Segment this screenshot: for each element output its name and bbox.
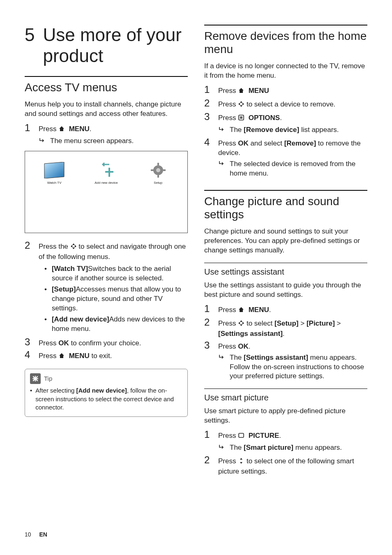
svg-point-8 (156, 168, 160, 172)
result-arrow-icon (218, 353, 226, 382)
chapter-heading: 5 Use more of your product (25, 25, 188, 66)
add-device-icon (94, 161, 118, 179)
gear-icon (146, 161, 171, 179)
tip-header: Tip (30, 373, 182, 384)
subsection-intro: Use the settings assistant to guide you … (204, 281, 367, 300)
svg-rect-11 (151, 169, 153, 171)
step-result: The selected device is removed from the … (218, 160, 367, 178)
subsection-rule (204, 263, 367, 263)
step-result: The menu screen appears. (39, 136, 188, 147)
chapter-title: Use more of your product (43, 25, 188, 66)
page-footer: 10 EN (25, 531, 47, 539)
tip-item: After selecting [Add new device], follow… (30, 386, 182, 412)
picture-icon (238, 432, 244, 442)
steps-list: 1 Press MENU. The menu screen appears. (25, 123, 188, 147)
svg-rect-12 (163, 169, 166, 171)
step-2: 2 Press to select [Setup] > [Picture] > … (204, 317, 367, 339)
tip-box: Tip After selecting [Add new device], fo… (25, 369, 188, 417)
result-arrow-icon (218, 125, 226, 136)
nav-arrows-icon (238, 320, 244, 329)
home-icon (238, 306, 244, 316)
step-2: 2 Press to select a device to remove. (204, 98, 367, 110)
tip-label: Tip (44, 375, 52, 383)
chapter-number: 5 (25, 25, 35, 66)
page-language: EN (39, 531, 47, 538)
right-column: Remove devices from the home menu If a d… (204, 25, 367, 478)
subsection-heading: Use smart picture (204, 392, 367, 403)
section-intro: If a device is no longer connected to th… (204, 62, 367, 81)
menu-figure: Watch TV Add new device Setup (25, 151, 188, 233)
nav-arrows-icon (70, 243, 77, 252)
left-column: 5 Use more of your product Access TV men… (25, 25, 188, 478)
step-3: 3 Press OK. The [Settings assistant] men… (204, 340, 367, 382)
section-intro: Change picture and sound settings to sui… (204, 227, 367, 255)
svg-rect-9 (157, 163, 159, 165)
subsection-intro: Use smart picture to apply pre-defined p… (204, 407, 367, 426)
section-intro: Menus help you to install channels, chan… (25, 100, 188, 119)
section-rule (204, 25, 367, 25)
step-result: The [Smart picture] menu appears. (218, 443, 367, 453)
home-icon (58, 352, 65, 362)
svg-rect-6 (105, 171, 113, 173)
nav-updown-icon (238, 458, 244, 467)
step-3: 3 Press OPTIONS. The [Remove device] lis… (204, 112, 367, 136)
step-4: 4 Press OK and select [Remove] to remove… (204, 137, 367, 178)
fig-setup: Setup (146, 161, 171, 185)
subsection-rule (204, 388, 367, 389)
section-rule (204, 190, 367, 191)
svg-rect-10 (157, 175, 159, 178)
steps-list-cont: 2 Press the to select and navigate throu… (25, 240, 188, 361)
tv-screen-icon (42, 161, 67, 179)
subsection-heading: Use settings assistant (204, 266, 367, 278)
section-heading: Change picture and sound settings (204, 195, 367, 221)
result-arrow-icon (218, 160, 226, 178)
bullet-setup: [Setup]Accesses menus that allow you to … (39, 285, 188, 313)
step-result: The [Settings assistant] menu appears. F… (218, 353, 367, 382)
step-1: 1 Press MENU (204, 85, 367, 97)
fig-watch-tv: Watch TV (42, 161, 67, 185)
step-3: 3 Press OK to confirm your choice. (25, 337, 188, 348)
bullet-list: [Watch TV]Switches back to the aerial so… (39, 264, 188, 334)
bullet-add-device: [Add new device]Adds new devices to the … (39, 315, 188, 334)
step-1: 1 Press PICTURE. The [Smart picture] men… (204, 430, 367, 453)
steps-list: 1 Press PICTURE. The [Smart picture] men… (204, 430, 367, 476)
result-arrow-icon (39, 136, 46, 147)
home-icon (238, 87, 244, 97)
steps-list: 1 Press MENU. 2 Press to select [Setup] … (204, 304, 367, 382)
page-columns: 5 Use more of your product Access TV men… (25, 25, 367, 478)
step-4: 4 Press MENU to exit. (25, 350, 188, 362)
section-heading: Access TV menus (25, 81, 188, 94)
step-2: 2 Press the to select and navigate throu… (25, 240, 188, 335)
steps-list: 1 Press MENU 2 Press to select a device … (204, 85, 367, 178)
section-rule (25, 76, 188, 77)
fig-add-device: Add new device (94, 161, 118, 185)
result-arrow-icon (218, 443, 226, 453)
asterisk-icon (30, 373, 41, 384)
home-icon (58, 125, 65, 135)
nav-arrows-icon (238, 101, 244, 110)
step-1: 1 Press MENU. The menu screen appears. (25, 123, 188, 147)
step-result: The [Remove device] list appears. (218, 125, 367, 136)
page-number: 10 (25, 531, 31, 538)
options-icon (238, 114, 244, 124)
section-heading: Remove devices from the home menu (204, 30, 367, 56)
step-1: 1 Press MENU. (204, 304, 367, 316)
step-2: 2 Press to select one of the following s… (204, 455, 367, 476)
bullet-watch-tv: [Watch TV]Switches back to the aerial so… (39, 264, 188, 283)
